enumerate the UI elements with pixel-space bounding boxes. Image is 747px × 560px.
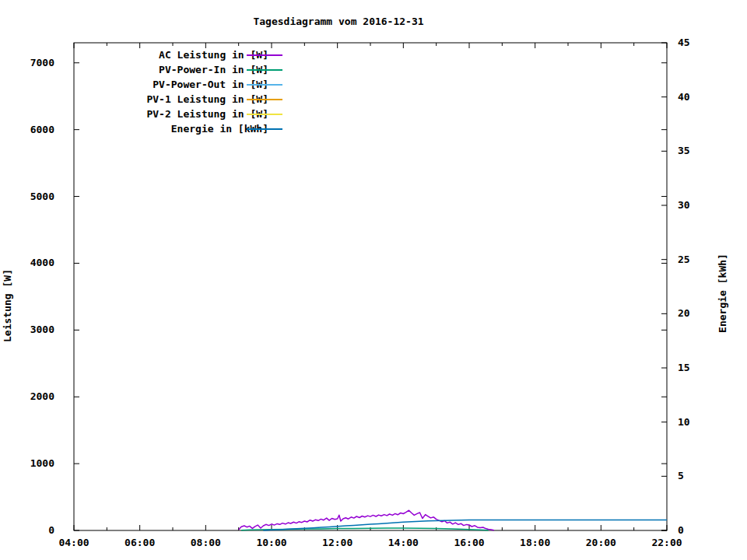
y-right-tick-label: 0 [678, 524, 684, 537]
x-tick-label: 22:00 [651, 537, 682, 549]
x-tick-label: 10:00 [256, 537, 286, 549]
x-tick-label: 16:00 [454, 537, 484, 549]
x-tick-label: 06:00 [124, 537, 155, 549]
y-right-tick-label: 45 [678, 37, 690, 49]
legend-line-swatch [247, 84, 282, 86]
legend-line-swatch [247, 114, 282, 115]
legend-row-ac: AC Leistung in [W] [74, 48, 292, 63]
legend-row-pv-power-in: PV-Power-In in [W] [74, 63, 292, 78]
y-right-tick-label: 20 [678, 307, 690, 320]
x-tick-label: 04:00 [58, 537, 89, 549]
x-tick-label: 12:00 [322, 537, 352, 549]
legend-line-swatch [247, 54, 282, 56]
y-right-tick-label: 40 [678, 91, 690, 103]
legend-row-pv2: PV-2 Leistung in [W] [74, 107, 292, 122]
y-left-tick-label: 2000 [0, 390, 54, 403]
legend-row-pv-power-out: PV-Power-Out in [W] [74, 78, 292, 93]
y-left-tick-label: 4000 [0, 257, 54, 269]
x-tick-label: 18:00 [520, 537, 550, 549]
y-right-tick-label: 5 [678, 470, 684, 482]
y-right-tick-label: 10 [678, 416, 690, 429]
legend-line-swatch [247, 128, 282, 130]
x-tick-label: 08:00 [191, 537, 221, 549]
y-right-tick-label: 25 [678, 254, 690, 266]
legend-line-swatch [247, 99, 282, 100]
x-tick-label: 14:00 [388, 537, 419, 549]
y-right-tick-label: 30 [678, 199, 690, 212]
chart-canvas: Tagesdiagramm vom 2016-12-31 Leistung [W… [0, 0, 747, 560]
y-left-tick-label: 1000 [0, 457, 54, 470]
y-left-tick-label: 3000 [0, 324, 54, 336]
x-tick-label: 20:00 [586, 537, 616, 549]
y-left-tick-label: 5000 [0, 191, 54, 203]
y-left-tick-label: 7000 [0, 57, 54, 69]
chart-legend: AC Leistung in [W] PV-Power-In in [W] PV… [74, 48, 292, 137]
y-right-tick-label: 35 [678, 145, 690, 157]
legend-line-swatch [247, 69, 282, 71]
y-left-tick-label: 0 [0, 524, 54, 537]
legend-row-energie: Energie in [kWh] [74, 122, 292, 137]
y-right-tick-label: 15 [678, 362, 690, 374]
y-left-tick-label: 6000 [0, 124, 54, 136]
legend-row-pv1: PV-1 Leistung in [W] [74, 93, 292, 107]
